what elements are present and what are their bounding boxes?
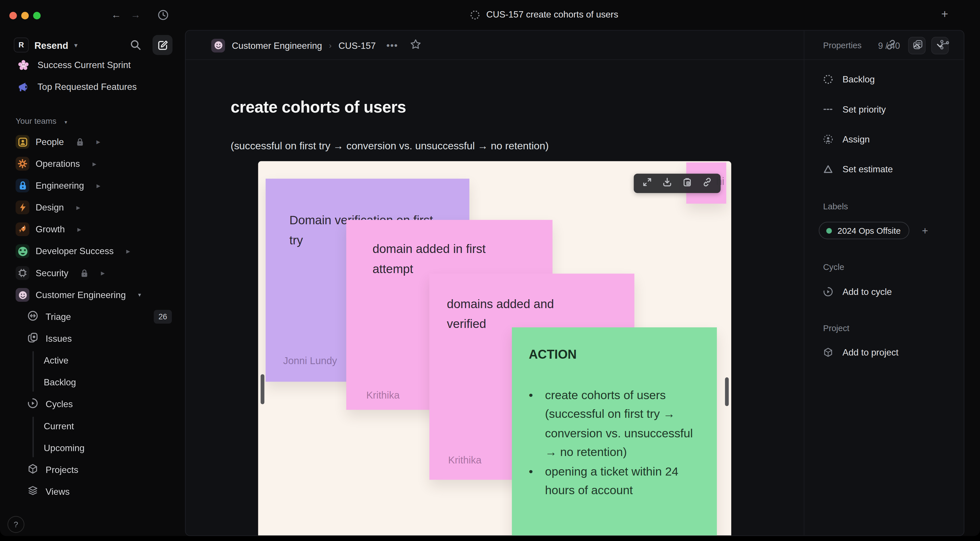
sidebar-team-growth[interactable]: Growth ▶ (0, 220, 185, 239)
sidebar-team-security[interactable]: Security ▶ (0, 264, 185, 282)
image-resize-handle-left[interactable] (261, 374, 264, 404)
sidebar-item-current[interactable]: Current (0, 417, 185, 435)
team-smiley-icon (211, 38, 225, 52)
sidebar-team-design[interactable]: Design ▶ (0, 198, 185, 217)
chip-icon (16, 266, 29, 280)
compose-icon (157, 40, 168, 50)
project-section-header: Project (823, 324, 849, 333)
action-bullet: •create cohorts of users (successful on … (529, 386, 706, 462)
priority-dashes-icon (823, 104, 833, 114)
sidebar-team-label: Engineering (36, 181, 84, 191)
cycle-icon (823, 287, 833, 297)
sidebar-item-label: Projects (46, 465, 78, 475)
minimize-window-button[interactable] (21, 12, 29, 19)
estimate-triangle-icon (823, 164, 833, 174)
issue-title[interactable]: create cohorts of users (231, 97, 406, 116)
sidebar-team-customer-engineering[interactable]: Customer Engineering ▼ (0, 285, 185, 304)
sidebar-item-active[interactable]: Active (0, 351, 185, 370)
sidebar-team-label: Operations (36, 159, 80, 169)
forward-arrow-icon[interactable]: → (131, 8, 141, 22)
chevron-right-icon: ▶ (77, 227, 81, 232)
sidebar-item-top-requested-features[interactable]: Top Requested Features (0, 78, 185, 96)
sidebar-item-backlog[interactable]: Backlog (0, 373, 185, 392)
breadcrumb-team[interactable]: Customer Engineering (232, 40, 322, 50)
star-struck-emoji-icon (16, 244, 29, 258)
history-clock-icon[interactable] (158, 10, 169, 23)
blossom-icon (16, 58, 30, 72)
sidebar-item-label: Active (44, 355, 68, 366)
label-color-dot (826, 228, 832, 234)
git-branch-icon[interactable] (940, 39, 950, 53)
sidebar-item-issues[interactable]: Issues (0, 329, 185, 348)
sidebar-team-developer-success[interactable]: Developer Success ▶ (0, 242, 185, 261)
layers-icon (27, 485, 38, 498)
new-tab-button[interactable]: + (941, 8, 948, 21)
smiley-icon (16, 288, 29, 302)
copy-link-icon[interactable] (702, 177, 712, 189)
add-to-cycle-label: Add to cycle (842, 287, 892, 297)
expand-image-icon[interactable] (643, 177, 652, 189)
embedded-whiteboard-image[interactable]: hi Domain verification on first try Jonn… (258, 161, 731, 536)
assignee-selector[interactable]: Assign (823, 132, 870, 147)
close-window-button[interactable] (10, 12, 17, 19)
add-label-button[interactable]: + (922, 225, 928, 237)
chevron-right-icon: ▶ (92, 161, 96, 167)
favorite-star-icon[interactable] (410, 39, 422, 52)
add-to-cycle-button[interactable]: Add to cycle (823, 284, 892, 299)
action-heading: ACTION (529, 347, 577, 362)
app-viewport: ← → CUS-157 create cohorts of users + R … (0, 0, 980, 541)
chevron-right-icon: ▶ (96, 139, 100, 145)
copy-id-icon[interactable] (913, 39, 923, 53)
sidebar-item-projects[interactable]: Projects (0, 460, 185, 479)
sidebar-team-label: Design (36, 202, 64, 213)
status-selector[interactable]: Backlog (823, 72, 875, 87)
priority-selector[interactable]: Set priority (823, 102, 886, 117)
back-arrow-icon[interactable]: ← (111, 8, 121, 22)
sidebar-item-label: Top Requested Features (38, 82, 137, 92)
estimate-selector[interactable]: Set estimate (823, 162, 893, 177)
sidebar-team-label: Growth (36, 224, 65, 234)
chevron-right-icon: ▶ (76, 204, 80, 210)
image-hover-toolbar (633, 174, 720, 193)
estimate-label: Set estimate (842, 164, 892, 174)
sidebar-item-label: Success Current Sprint (38, 60, 131, 70)
assign-person-icon (823, 134, 833, 145)
breadcrumb-issue-id[interactable]: CUS-157 (339, 40, 376, 50)
help-button[interactable]: ? (8, 516, 24, 533)
sidebar-item-cycles[interactable]: Cycles (0, 395, 185, 414)
sidebar-team-operations[interactable]: Operations ▶ (0, 154, 185, 173)
image-resize-handle-right[interactable] (725, 377, 729, 406)
label-name: 2024 Ops Offsite (838, 226, 901, 235)
properties-panel: Properties Backlog Set priority Assign (803, 31, 964, 536)
sidebar-item-label: Triage (46, 312, 71, 322)
your-teams-section-header[interactable]: Your teams ▼ (16, 116, 68, 126)
bullet-dot: • (529, 462, 545, 500)
sticky-note-author: Jonni Lundy (283, 355, 337, 367)
search-icon[interactable] (130, 39, 141, 53)
sidebar-team-label: People (36, 137, 64, 147)
add-to-project-button[interactable]: Add to project (823, 345, 899, 360)
lock-blue-icon (16, 178, 29, 193)
breadcrumb-separator: › (329, 40, 331, 50)
new-issue-button[interactable] (153, 35, 173, 55)
window-title: CUS-157 create cohorts of users (486, 10, 618, 19)
gear-icon (16, 157, 29, 170)
sticky-note-author: Krithika (448, 455, 481, 466)
label-chip[interactable]: 2024 Ops Offsite (819, 222, 910, 239)
more-options-icon[interactable]: ••• (386, 40, 398, 51)
sidebar-item-triage[interactable]: Triage 26 (0, 307, 185, 326)
issue-description[interactable]: (successful on first try → conversion vs… (231, 140, 549, 152)
megaphone-icon (16, 80, 30, 94)
workspace-switcher[interactable]: Resend (35, 40, 68, 51)
sidebar-team-engineering[interactable]: Engineering ▶ (0, 176, 185, 195)
download-icon[interactable] (663, 177, 672, 189)
sidebar-team-people[interactable]: People ▶ (0, 132, 185, 151)
sidebar-item-upcoming[interactable]: Upcoming (0, 439, 185, 457)
chevron-right-icon: ▶ (97, 183, 100, 188)
sidebar-item-success-current-sprint[interactable]: Success Current Sprint (0, 56, 185, 74)
zoom-window-button[interactable] (33, 12, 40, 19)
action-bullet: •opening a ticket within 24 hours of acc… (529, 462, 706, 500)
copy-link-icon[interactable] (886, 39, 896, 53)
sidebar-item-views[interactable]: Views (0, 482, 185, 501)
copy-to-clipboard-icon[interactable] (682, 177, 692, 189)
